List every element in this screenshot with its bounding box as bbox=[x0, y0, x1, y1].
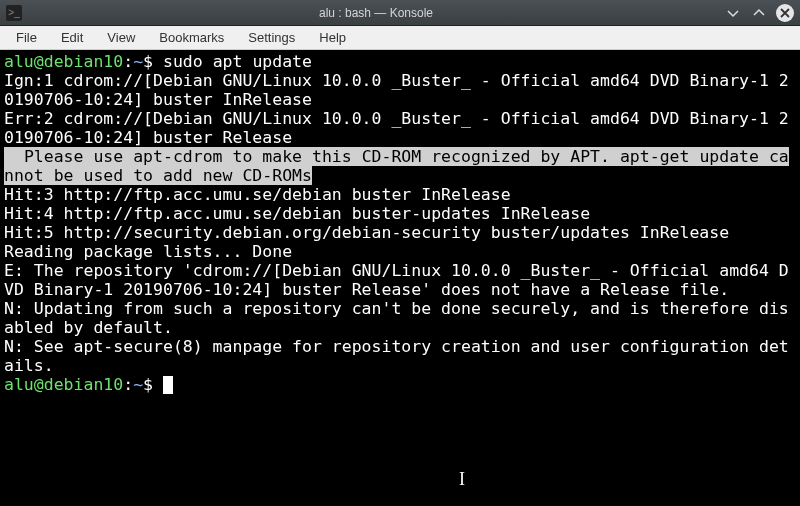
close-button[interactable] bbox=[776, 4, 794, 22]
prompt-colon: : bbox=[123, 52, 133, 71]
terminal[interactable]: alu@debian10:~$ sudo apt update Ign:1 cd… bbox=[0, 50, 800, 506]
output-line: Ign:1 cdrom://[Debian GNU/Linux 10.0.0 _… bbox=[4, 71, 789, 109]
titlebar: >_ alu : bash — Konsole bbox=[0, 0, 800, 26]
menu-view[interactable]: View bbox=[97, 28, 145, 47]
prompt-host: debian10 bbox=[44, 375, 123, 394]
output-line: N: Updating from such a repository can't… bbox=[4, 299, 789, 337]
minimize-button[interactable] bbox=[724, 4, 742, 22]
menu-bookmarks[interactable]: Bookmarks bbox=[149, 28, 234, 47]
prompt-user: alu bbox=[4, 375, 34, 394]
menu-settings[interactable]: Settings bbox=[238, 28, 305, 47]
prompt-symbol: $ bbox=[143, 375, 153, 394]
menu-file[interactable]: File bbox=[6, 28, 47, 47]
text-cursor-icon: I bbox=[459, 470, 465, 489]
prompt-at: @ bbox=[34, 52, 44, 71]
output-line: Reading package lists... Done bbox=[4, 242, 292, 261]
maximize-button[interactable] bbox=[750, 4, 768, 22]
cursor bbox=[163, 376, 173, 394]
output-line: Hit:4 http://ftp.acc.umu.se/debian buste… bbox=[4, 204, 590, 223]
window-controls bbox=[724, 4, 800, 22]
prompt-path: ~ bbox=[133, 375, 143, 394]
output-line: Hit:3 http://ftp.acc.umu.se/debian buste… bbox=[4, 185, 511, 204]
output-line: E: The repository 'cdrom://[Debian GNU/L… bbox=[4, 261, 789, 299]
prompt-host: debian10 bbox=[44, 52, 123, 71]
app-icon: >_ bbox=[6, 5, 22, 21]
output-line: Hit:5 http://security.debian.org/debian-… bbox=[4, 223, 729, 242]
output-line: N: See apt-secure(8) manpage for reposit… bbox=[4, 337, 789, 375]
menu-edit[interactable]: Edit bbox=[51, 28, 93, 47]
output-line: Err:2 cdrom://[Debian GNU/Linux 10.0.0 _… bbox=[4, 109, 789, 147]
prompt-user: alu bbox=[4, 52, 34, 71]
prompt-path: ~ bbox=[133, 52, 143, 71]
output-highlighted: Please use apt-cdrom to make this CD-ROM… bbox=[4, 147, 789, 185]
command: sudo apt update bbox=[163, 52, 312, 71]
prompt-symbol: $ bbox=[143, 52, 153, 71]
window-title: alu : bash — Konsole bbox=[28, 6, 724, 20]
menu-help[interactable]: Help bbox=[309, 28, 356, 47]
prompt-colon: : bbox=[123, 375, 133, 394]
menubar: File Edit View Bookmarks Settings Help bbox=[0, 26, 800, 50]
prompt-at: @ bbox=[34, 375, 44, 394]
